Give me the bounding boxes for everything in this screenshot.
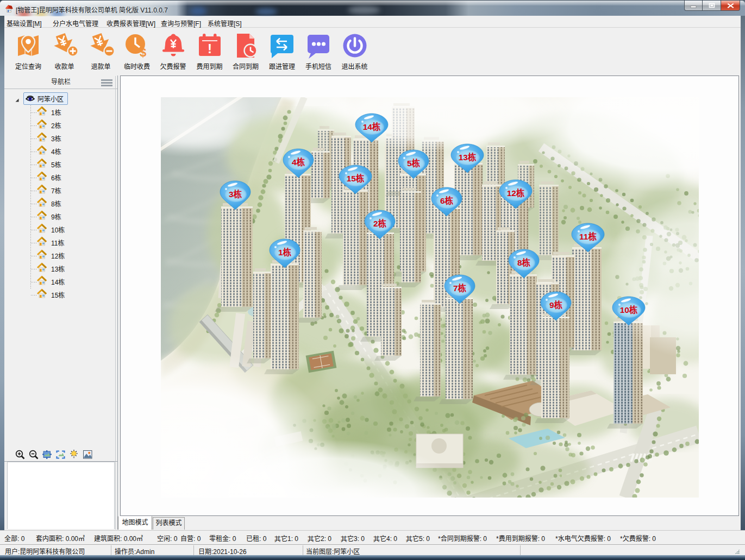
svg-text:9栋: 9栋 — [549, 300, 563, 310]
svg-text:2栋: 2栋 — [373, 218, 387, 228]
svg-text:15栋: 15栋 — [347, 173, 365, 183]
svg-text:5栋: 5栋 — [407, 158, 421, 168]
svg-text:1栋: 1栋 — [278, 247, 292, 257]
svg-text:8栋: 8栋 — [517, 257, 531, 267]
svg-text:11栋: 11栋 — [579, 231, 597, 241]
svg-text:4栋: 4栋 — [292, 157, 305, 167]
svg-text:3栋: 3栋 — [229, 189, 242, 199]
svg-text:13栋: 13栋 — [459, 152, 477, 162]
svg-text:6栋: 6栋 — [440, 196, 454, 205]
svg-text:$: $ — [140, 46, 146, 59]
svg-text:14栋: 14栋 — [363, 122, 381, 131]
svg-text:!: ! — [208, 41, 212, 56]
svg-text:12栋: 12栋 — [507, 188, 525, 198]
svg-text:10栋: 10栋 — [620, 305, 638, 314]
svg-text:7栋: 7栋 — [453, 283, 467, 293]
